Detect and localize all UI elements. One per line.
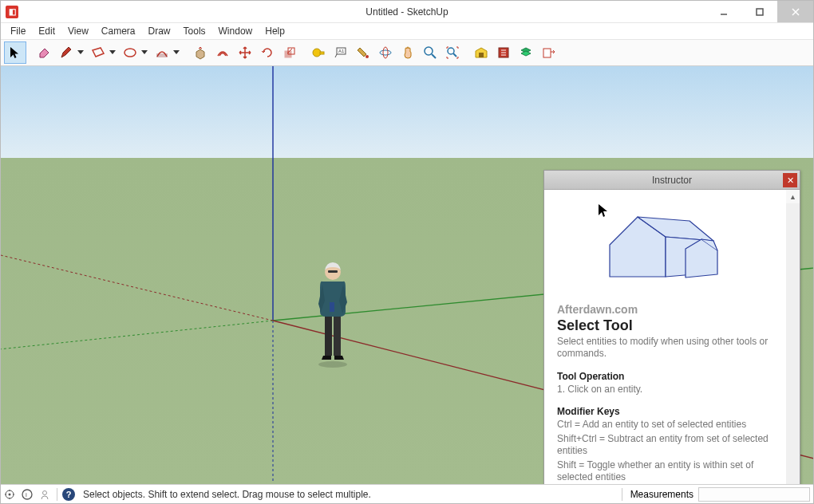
svg-point-4: [124, 49, 136, 57]
circle-tool-button[interactable]: [119, 41, 141, 64]
svg-point-14: [383, 47, 388, 58]
instructor-scrollbar[interactable]: ▲ ▼: [786, 190, 800, 484]
scroll-up-icon[interactable]: ▲: [786, 190, 800, 203]
zoom-extents-tool-button[interactable]: [441, 41, 464, 64]
pencil-tool-button[interactable]: [55, 41, 77, 64]
menu-window[interactable]: Window: [212, 24, 259, 38]
layers-button[interactable]: [515, 41, 537, 64]
window-controls: [705, 1, 813, 22]
select-tool-button[interactable]: [4, 41, 26, 64]
app-window: ◧ Untitled - SketchUp File Edit View Cam…: [0, 0, 814, 504]
svg-point-27: [9, 493, 11, 495]
svg-rect-5: [156, 53, 168, 57]
svg-rect-19: [543, 49, 551, 57]
eraser-tool-button[interactable]: [33, 41, 55, 64]
menu-edit[interactable]: Edit: [32, 24, 61, 38]
orbit-tool-button[interactable]: [374, 41, 397, 64]
menu-tools[interactable]: Tools: [177, 24, 212, 38]
measurements-label: Measurements: [630, 489, 693, 500]
pushpull-tool-button[interactable]: [189, 41, 211, 64]
menu-help[interactable]: Help: [259, 24, 291, 38]
rectangle-tool-button[interactable]: [87, 41, 109, 64]
menu-draw[interactable]: Draw: [142, 24, 177, 38]
instructor-illustration: [557, 201, 773, 289]
svg-point-20: [318, 361, 347, 368]
instructor-tool-title: Select Tool: [557, 317, 773, 334]
viewport-3d[interactable]: Instructor ✕: [1, 66, 813, 484]
text-tool-button[interactable]: A1: [330, 41, 352, 64]
svg-rect-25: [328, 270, 338, 273]
pan-tool-button[interactable]: [397, 41, 419, 64]
menu-view[interactable]: View: [61, 24, 95, 38]
instructor-watermark: Afterdawn.com: [557, 303, 773, 316]
3d-warehouse-button[interactable]: [470, 41, 492, 64]
extension-warehouse-button[interactable]: [492, 41, 515, 64]
instructor-panel[interactable]: Instructor ✕: [543, 170, 800, 484]
statusbar-divider: [57, 488, 57, 501]
svg-point-30: [43, 490, 47, 494]
paint-tool-button[interactable]: [352, 41, 374, 64]
svg-point-15: [425, 47, 433, 55]
menu-camera[interactable]: Camera: [95, 24, 142, 38]
instructor-content: Afterdawn.com Select Tool Select entitie…: [544, 190, 786, 484]
app-icon: ◧: [6, 6, 18, 18]
titlebar: ◧ Untitled - SketchUp: [1, 1, 813, 23]
minimize-button[interactable]: [705, 1, 741, 22]
export-button[interactable]: [537, 41, 559, 64]
maximize-button[interactable]: [741, 1, 777, 22]
instructor-titlebar[interactable]: Instructor ✕: [544, 171, 800, 190]
move-tool-button[interactable]: [234, 41, 256, 64]
svg-text:i: i: [26, 491, 27, 498]
chevron-down-icon[interactable]: [141, 50, 148, 54]
person-icon[interactable]: [36, 486, 53, 503]
menu-file[interactable]: File: [4, 24, 32, 38]
tape-tool-button[interactable]: [307, 41, 330, 64]
close-button[interactable]: [777, 1, 813, 22]
chevron-down-icon[interactable]: [77, 50, 84, 54]
svg-point-28: [22, 490, 32, 499]
chevron-down-icon[interactable]: [109, 50, 116, 54]
scale-figure-person[interactable]: [309, 256, 357, 368]
svg-rect-23: [330, 302, 334, 312]
instructor-modifier-line: Shift = Toggle whether an entity is with…: [557, 459, 773, 484]
scale-tool-button[interactable]: [279, 41, 301, 64]
instructor-modifier-line: Ctrl = Add an entity to set of selected …: [557, 419, 773, 431]
axis-red-dashed: [1, 246, 273, 321]
arc-tool-button[interactable]: [151, 41, 173, 64]
statusbar: i ? Select objects. Shift to extend sele…: [1, 484, 813, 503]
svg-rect-22: [334, 312, 341, 356]
toolbar: A1: [1, 39, 813, 66]
rotate-tool-button[interactable]: [256, 41, 279, 64]
zoom-tool-button[interactable]: [419, 41, 441, 64]
instructor-description: Select entities to modify when using oth…: [557, 336, 773, 360]
instructor-close-button[interactable]: ✕: [783, 173, 797, 187]
instructor-modifier-heading: Modifier Keys: [557, 406, 773, 417]
instructor-body: Afterdawn.com Select Tool Select entitie…: [544, 190, 800, 484]
measurements-input[interactable]: [698, 487, 810, 502]
instructor-operation-heading: Tool Operation: [557, 371, 773, 382]
statusbar-divider: [622, 488, 622, 501]
svg-point-16: [448, 48, 454, 54]
credits-icon[interactable]: i: [18, 486, 36, 503]
svg-text:A1: A1: [338, 49, 345, 53]
svg-rect-1: [757, 9, 763, 15]
svg-rect-17: [479, 53, 484, 57]
measurements-area: Measurements: [618, 487, 813, 502]
offset-tool-button[interactable]: [211, 41, 234, 64]
axis-green-dashed: [1, 321, 273, 353]
statusbar-hint: Select objects. Shift to extend select. …: [83, 489, 371, 500]
window-title: Untitled - SketchUp: [366, 6, 448, 18]
geo-location-icon[interactable]: [1, 486, 18, 503]
svg-rect-21: [325, 312, 332, 356]
svg-point-13: [380, 50, 391, 55]
instructor-title: Instructor: [652, 175, 692, 186]
svg-rect-9: [320, 52, 324, 54]
chevron-down-icon[interactable]: [173, 50, 180, 54]
instructor-operation-step: 1. Click on an entity.: [557, 384, 773, 395]
menubar: File Edit View Camera Draw Tools Window …: [1, 23, 813, 39]
instructor-modifier-line: Shift+Ctrl = Subtract an entity from set…: [557, 433, 773, 458]
help-icon[interactable]: ?: [62, 488, 75, 501]
svg-point-12: [366, 55, 369, 58]
